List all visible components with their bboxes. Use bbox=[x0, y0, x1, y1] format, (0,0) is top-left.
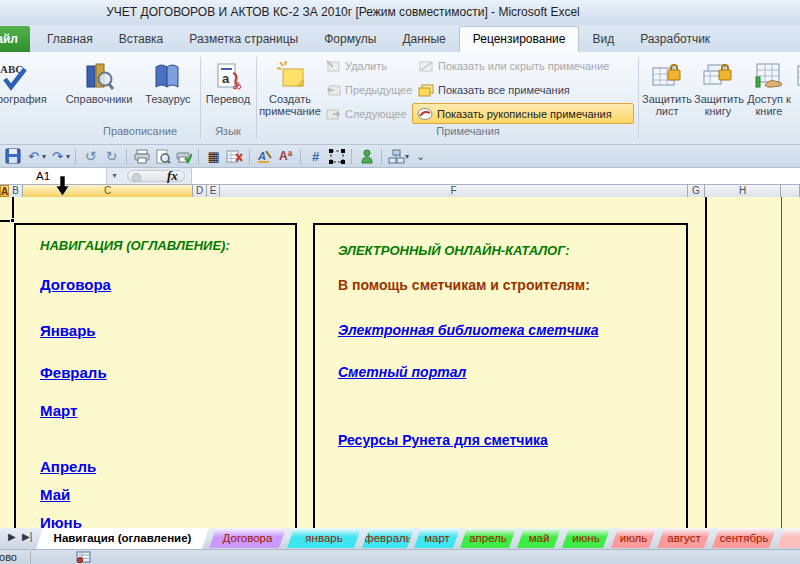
sheet-tab-сентябрь[interactable]: сентябрь bbox=[712, 528, 776, 548]
sheet-tab-partial[interactable] bbox=[777, 528, 800, 548]
window-title: УЧЕТ ДОГОВОРОВ И АКТОВ КС-2 ЗА 2010г [Ре… bbox=[106, 5, 580, 19]
tab-data[interactable]: Данные bbox=[389, 26, 458, 52]
thesaurus-button[interactable]: Тезаурус bbox=[140, 55, 196, 123]
catalog-subtitle: В помощь сметчикам и строителям: bbox=[338, 277, 590, 293]
sheet-grid[interactable]: НАВИГАЦИЯ (ОГЛАВЛЕНИЕ): Договора Январь … bbox=[0, 197, 800, 528]
column-header-i[interactable] bbox=[781, 185, 800, 197]
print-preview-button[interactable] bbox=[153, 147, 172, 165]
person-button[interactable] bbox=[357, 147, 376, 165]
column-header-b[interactable]: B bbox=[9, 185, 23, 197]
show-ink-icon bbox=[417, 107, 433, 121]
insert-function-button[interactable]: fx bbox=[167, 168, 178, 184]
insert-function-dot bbox=[132, 173, 141, 182]
column-header-g[interactable]: G bbox=[688, 185, 705, 197]
person-icon bbox=[360, 149, 374, 164]
catalog-title: ЭЛЕКТРОННЫЙ ОНЛАЙН-КАТАЛОГ: bbox=[338, 243, 570, 258]
group-label-comments: Примечания bbox=[436, 125, 500, 137]
show-all-comments-icon bbox=[418, 83, 434, 97]
sheet-tab-март[interactable]: март bbox=[414, 528, 460, 548]
delete-sheet-button[interactable] bbox=[225, 147, 244, 165]
tab-formulas[interactable]: Формулы bbox=[311, 26, 389, 52]
back-button[interactable]: ↺ bbox=[81, 147, 100, 165]
protect-workbook-button[interactable]: Защитить книгу bbox=[694, 55, 742, 123]
share-workbook-button[interactable]: Доступ к книге bbox=[744, 55, 794, 123]
link-june[interactable]: Июнь bbox=[40, 514, 82, 528]
gridlines-button[interactable]: # bbox=[306, 147, 325, 165]
toolbar-separator bbox=[75, 149, 76, 164]
tab-file[interactable]: Файл bbox=[0, 26, 30, 52]
link-may[interactable]: Май bbox=[40, 486, 70, 503]
diagram-button[interactable] bbox=[387, 147, 406, 165]
tab-home[interactable]: Главная bbox=[34, 26, 106, 52]
formula-input[interactable] bbox=[191, 168, 800, 184]
protect-and-share-button[interactable] bbox=[796, 55, 800, 123]
research-button[interactable]: Справочники bbox=[60, 55, 138, 123]
protect-sheet-button[interactable]: Защитить лист bbox=[642, 55, 692, 123]
sheet-tab-июль[interactable]: июль bbox=[611, 528, 656, 548]
show-ink-button[interactable]: Показать рукописные примечания bbox=[412, 103, 634, 124]
link-april[interactable]: Апрель bbox=[40, 458, 96, 475]
sheet-tab-апрель[interactable]: апрель bbox=[460, 528, 516, 548]
sheet-tab-май[interactable]: май bbox=[517, 528, 561, 548]
undo-button[interactable]: ↶ bbox=[24, 147, 43, 165]
show-all-comments-button[interactable]: Показать все примечания bbox=[418, 80, 570, 100]
sheet-tab-январь[interactable]: январь bbox=[287, 528, 361, 548]
redo-dropdown-icon[interactable]: ▾ bbox=[66, 152, 70, 161]
delete-comment-button[interactable]: Удалить bbox=[326, 56, 387, 76]
previous-comment-button[interactable]: Предыдущее bbox=[326, 80, 412, 100]
forward-button[interactable]: ↻ bbox=[102, 147, 121, 165]
sheet-tab-июнь[interactable]: июнь bbox=[562, 528, 610, 548]
sheet-tab-Договора[interactable]: Договора bbox=[209, 528, 286, 548]
macro-record-button[interactable] bbox=[76, 551, 91, 564]
quick-print-icon bbox=[176, 149, 192, 164]
macro-record-icon bbox=[76, 551, 91, 563]
link-runet[interactable]: Ресурсы Рунета для сметчика bbox=[338, 432, 548, 448]
diagram-dropdown-icon[interactable]: ▾ bbox=[405, 152, 409, 161]
link-february[interactable]: Февраль bbox=[40, 364, 107, 381]
tab-view[interactable]: Вид bbox=[579, 26, 627, 52]
tab-scroll-last-icon[interactable]: ▶| bbox=[22, 531, 32, 542]
tab-developer[interactable]: Разработчик bbox=[627, 26, 723, 52]
nav-title: НАВИГАЦИЯ (ОГЛАВЛЕНИЕ): bbox=[40, 238, 230, 253]
name-box[interactable]: A1 bbox=[0, 168, 107, 184]
toolbar-overflow-button[interactable]: ⌄ bbox=[411, 147, 430, 165]
save-button[interactable] bbox=[3, 147, 22, 165]
link-portal[interactable]: Сметный портал bbox=[338, 364, 466, 380]
change-case-button[interactable]: Aª bbox=[276, 147, 295, 165]
quick-print-button[interactable] bbox=[174, 147, 193, 165]
translate-button[interactable]: аあ Перевод bbox=[202, 55, 254, 123]
status-separator bbox=[30, 551, 31, 563]
next-comment-button[interactable]: Следующее bbox=[326, 104, 407, 124]
print-preview-icon bbox=[155, 149, 171, 164]
sheet-tab-strip: ▶ ▶| Навигация (оглавление)Договораянвар… bbox=[0, 528, 800, 549]
column-header-e[interactable]: E bbox=[207, 185, 220, 197]
redo-button[interactable]: ↷ bbox=[48, 147, 67, 165]
spelling-button[interactable]: ABC Орфография bbox=[0, 55, 56, 123]
link-january[interactable]: Январь bbox=[40, 322, 96, 339]
sheet-tab-Навигация-оглавление-[interactable]: Навигация (оглавление) bbox=[36, 528, 209, 549]
tab-page-layout[interactable]: Разметка страницы bbox=[176, 26, 311, 52]
show-hide-comment-button[interactable]: Показать или скрыть примечание bbox=[418, 56, 609, 76]
tab-scroll-next-icon[interactable]: ▶ bbox=[8, 531, 16, 542]
column-header-f[interactable]: F bbox=[220, 185, 688, 197]
print-button[interactable] bbox=[132, 147, 151, 165]
column-header-c[interactable]: C bbox=[23, 185, 193, 197]
name-box-dropdown-icon[interactable]: ▾ bbox=[107, 168, 122, 184]
tab-insert[interactable]: Вставка bbox=[106, 26, 177, 52]
undo-dropdown-icon[interactable]: ▾ bbox=[42, 152, 46, 161]
tab-review[interactable]: Рецензирование bbox=[459, 26, 580, 52]
link-library[interactable]: Электронная библиотека сметчика bbox=[338, 322, 599, 338]
sheet-tab-август[interactable]: август bbox=[657, 528, 711, 548]
edit-pen-button[interactable]: A bbox=[255, 147, 274, 165]
select-objects-button[interactable] bbox=[327, 147, 346, 165]
spelling-icon: ABC bbox=[0, 55, 56, 91]
link-dogovora[interactable]: Договора bbox=[40, 276, 111, 293]
new-comment-button[interactable]: Создать примечание bbox=[258, 55, 324, 123]
column-header-h[interactable]: H bbox=[705, 185, 781, 197]
view-manager-button[interactable]: ▦ bbox=[204, 147, 223, 165]
column-header-d[interactable]: D bbox=[193, 185, 207, 197]
translate-icon: аあ bbox=[202, 55, 254, 91]
sheet-tab-февраль[interactable]: февраль bbox=[362, 528, 414, 548]
column-header-a[interactable]: A bbox=[0, 185, 9, 197]
link-march[interactable]: Март bbox=[40, 402, 77, 419]
